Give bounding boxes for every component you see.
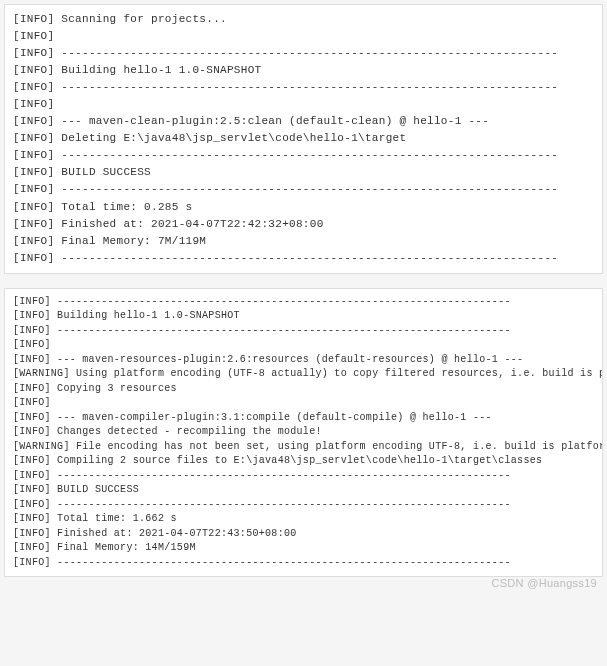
log-line: [INFO] Final Memory: 14M/159M	[13, 541, 594, 556]
log-line: [INFO] Scanning for projects...	[13, 11, 594, 28]
log-line: [INFO]	[13, 338, 594, 353]
log-line: [INFO] ---------------------------------…	[13, 295, 594, 310]
log-line: [INFO] Copying 3 resources	[13, 382, 594, 397]
log-line: [WARNING] File encoding has not been set…	[13, 440, 594, 455]
log-line: [INFO] Compiling 2 source files to E:\ja…	[13, 454, 594, 469]
log-line: [INFO] Building hello-1 1.0-SNAPSHOT	[13, 62, 594, 79]
log-line: [INFO] ---------------------------------…	[13, 147, 594, 164]
log-line: [INFO] ---------------------------------…	[13, 250, 594, 267]
log-line: [INFO] Finished at: 2021-04-07T22:42:32+…	[13, 216, 594, 233]
log-line: [INFO]	[13, 396, 594, 411]
log-line: [WARNING] Using platform encoding (UTF-8…	[13, 367, 594, 382]
log-line: [INFO] ---------------------------------…	[13, 181, 594, 198]
log-line: [INFO] Total time: 1.662 s	[13, 512, 594, 527]
log-line: [INFO] --- maven-compiler-plugin:3.1:com…	[13, 411, 594, 426]
log-line: [INFO] ---------------------------------…	[13, 45, 594, 62]
log-line: [INFO] --- maven-resources-plugin:2.6:re…	[13, 353, 594, 368]
log-line: [INFO]	[13, 96, 594, 113]
log-line: [INFO] Finished at: 2021-04-07T22:43:50+…	[13, 527, 594, 542]
log-line: [INFO] --- maven-clean-plugin:2.5:clean …	[13, 113, 594, 130]
log-line: [INFO] ---------------------------------…	[13, 556, 594, 571]
maven-compile-output-panel: [INFO] ---------------------------------…	[4, 288, 603, 578]
csdn-watermark: CSDN @Huangss19	[4, 577, 603, 589]
log-line: [INFO] Deleting E:\java48\jsp_servlet\co…	[13, 130, 594, 147]
log-line: [INFO] Changes detected - recompiling th…	[13, 425, 594, 440]
log-line: [INFO] BUILD SUCCESS	[13, 483, 594, 498]
log-line: [INFO] Final Memory: 7M/119M	[13, 233, 594, 250]
maven-clean-output-panel: [INFO] Scanning for projects... [INFO] […	[4, 4, 603, 274]
log-line: [INFO] ---------------------------------…	[13, 79, 594, 96]
log-line: [INFO] ---------------------------------…	[13, 324, 594, 339]
log-line: [INFO]	[13, 28, 594, 45]
log-line: [INFO] Building hello-1 1.0-SNAPSHOT	[13, 309, 594, 324]
log-line: [INFO] Total time: 0.285 s	[13, 199, 594, 216]
log-line: [INFO] BUILD SUCCESS	[13, 164, 594, 181]
log-line: [INFO] ---------------------------------…	[13, 498, 594, 513]
log-line: [INFO] ---------------------------------…	[13, 469, 594, 484]
